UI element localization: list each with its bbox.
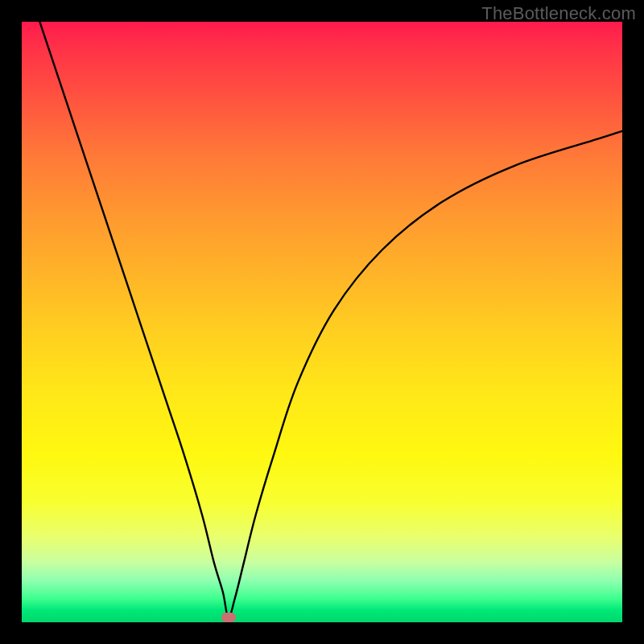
optimal-point-marker bbox=[221, 613, 236, 622]
chart-area bbox=[22, 22, 622, 622]
bottleneck-curve bbox=[22, 22, 622, 622]
watermark-text: TheBottleneck.com bbox=[481, 3, 636, 24]
